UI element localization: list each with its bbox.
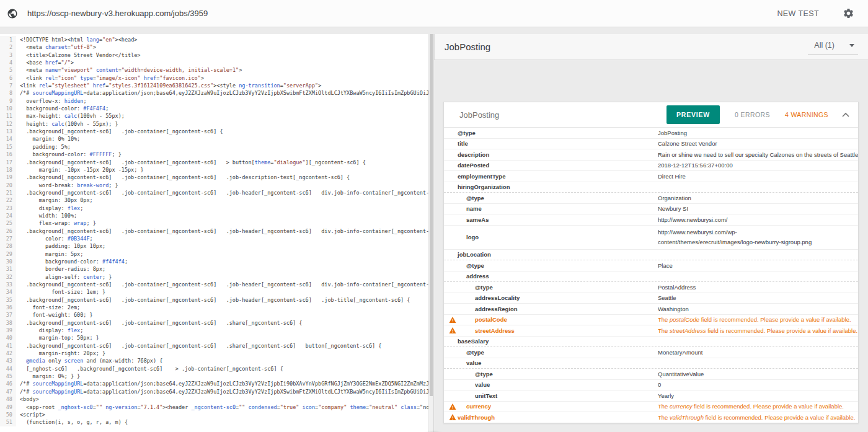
field-value: JobPosting [658, 130, 858, 136]
preview-button[interactable]: PREVIEW [666, 105, 720, 124]
topbar-actions: NEW TEST [773, 7, 868, 19]
code-text: [_nghost-sc6] .background[_ngcontent-sc6… [16, 365, 428, 372]
filter-value: All (1) [814, 41, 835, 50]
code-text: /*# sourceMappingURL=data:application/js… [16, 89, 428, 97]
field-key: name [444, 205, 658, 212]
field-value: The postalCode field is recommended. Ple… [658, 316, 858, 323]
table-row-type: @typeJobPosting [444, 128, 858, 139]
code-line: 32 align-self: center; } [0, 273, 428, 281]
field-value: Place [658, 262, 858, 269]
line-number: 3 [0, 51, 16, 59]
code-line: 15 padding: 5%; [0, 143, 428, 151]
field-key: address [444, 273, 658, 280]
code-line: 45 margin: 0%; } } [0, 372, 428, 380]
code-line: 33 .background[_ngcontent-sc6] .job-cont… [0, 281, 428, 288]
line-number: 28 [0, 242, 16, 250]
code-scrollbar[interactable] [428, 34, 434, 432]
field-value: PostalAddress [658, 284, 858, 291]
code-panel[interactable]: 1<!DOCTYPE html><html lang="en"><head>2 … [0, 34, 428, 432]
field-key: value [444, 359, 658, 366]
field-key: @type [444, 371, 658, 377]
line-number: 21 [0, 189, 16, 196]
line-number: 22 [0, 196, 16, 204]
scrollbar-thumb[interactable] [430, 34, 433, 396]
code-line: 13 .background[_ngcontent-sc6] .job-cont… [0, 128, 428, 135]
field-key: @type [444, 349, 658, 356]
table-row-type: @typePlace [444, 260, 858, 271]
code-line: 49 <app-root _nghost-sc0="" ng-version="… [0, 403, 428, 411]
table-row-addressRegion: addressRegionWashington [444, 304, 858, 315]
code-text: width: 100%; [16, 212, 428, 219]
code-line: 6 <link rel="icon" type="image/x-icon" h… [0, 74, 428, 82]
table-row-logo: logohttp://www.newburysi.com/wp-content/… [444, 226, 858, 250]
code-line: 1<!DOCTYPE html><html lang="en"><head> [0, 36, 428, 43]
line-number: 40 [0, 334, 16, 342]
line-number: 9 [0, 97, 16, 105]
line-number: 51 [0, 418, 16, 426]
line-number: 7 [0, 82, 16, 89]
code-line: 14 margin: 0% 10%; [0, 135, 428, 143]
field-key: baseSalary [444, 338, 658, 345]
code-text: .background[_ngcontent-sc6] .job-contain… [16, 227, 428, 235]
field-key: hiringOrganization [444, 183, 658, 190]
chevron-up-icon[interactable] [842, 112, 849, 117]
card-title: JobPosting [459, 110, 666, 120]
globe-icon [7, 8, 18, 19]
code-text: .background[_ngcontent-sc6] .job-contain… [16, 342, 428, 350]
structured-data-testing-tool: https://oscp-newbury-v3.herokuapp.com/jo… [0, 0, 868, 432]
warnings-count: 4 WARNINGS [785, 111, 828, 118]
line-number: 17 [0, 159, 16, 166]
card-header: JobPosting PREVIEW 0 ERRORS 4 WARNINGS [444, 102, 858, 128]
code-text: display: flex; [16, 205, 428, 212]
code-text: border-radius: 8px; [16, 265, 428, 273]
code-line: 44 [_nghost-sc6] .background[_ngcontent-… [0, 365, 428, 372]
code-line: 30 background-color: #f4f4f4; [0, 258, 428, 265]
field-key: addressRegion [444, 306, 658, 312]
field-key: @type [444, 284, 658, 291]
code-text: @media only screen and (max-width: 768px… [16, 357, 428, 364]
line-number: 31 [0, 265, 16, 273]
dropdown-caret-icon [849, 44, 854, 47]
line-number: 4 [0, 59, 16, 66]
code-line: 24 width: 100%; [0, 212, 428, 219]
code-line: 42 margin-right: 20px; } [0, 350, 428, 357]
code-text: <!DOCTYPE html><html lang="en"><head> [16, 36, 428, 43]
line-number: 43 [0, 357, 16, 364]
line-number: 39 [0, 327, 16, 334]
line-number: 16 [0, 151, 16, 158]
result-filter-select[interactable]: All (1) [808, 38, 858, 55]
table-row-type: @typeQuantitativeValue [444, 369, 858, 380]
new-test-button[interactable]: NEW TEST [773, 9, 823, 19]
gear-icon[interactable] [843, 7, 854, 19]
code-line: 27 color: #0B344F; [0, 235, 428, 242]
code-line: 50<script> [0, 411, 428, 418]
code-line: 19 .background[_ngcontent-sc6] .job-cont… [0, 174, 428, 181]
warning-triangle-icon [449, 327, 456, 334]
line-number: 19 [0, 174, 16, 181]
code-text: <link rel="icon" type="image/x-icon" hre… [16, 74, 428, 82]
code-lines: 1<!DOCTYPE html><html lang="en"><head>2 … [0, 36, 428, 426]
line-number: 1 [0, 36, 16, 43]
field-key: streetAddress [444, 327, 658, 334]
line-number: 33 [0, 281, 16, 288]
code-line: 48<body> [0, 395, 428, 403]
code-text: <script> [16, 411, 428, 418]
table-row-value: value0 [444, 380, 858, 391]
field-key: @type [444, 195, 658, 201]
line-number: 13 [0, 128, 16, 135]
code-text: .background[_ngcontent-sc6] .job-contain… [16, 319, 428, 327]
code-text: max-height: calc(100vh - 55px); [16, 112, 428, 120]
code-text: align-self: center; } [16, 273, 428, 281]
table-row-type: @typeMonetaryAmount [444, 347, 858, 358]
code-text: font-size: 1em; } [16, 288, 428, 296]
line-number: 12 [0, 120, 16, 128]
line-number: 47 [0, 388, 16, 395]
field-value: Calzone Street Vendor [658, 140, 858, 147]
table-row-baseSalary: baseSalary [444, 337, 858, 348]
table-row-unitText: unitTextYearly [444, 390, 858, 402]
line-number: 23 [0, 205, 16, 212]
field-key: @type [444, 262, 658, 269]
code-line: 31 border-radius: 8px; [0, 265, 428, 273]
field-key: @type [444, 130, 658, 136]
code-text: /*# sourceMappingURL=data:application/js… [16, 388, 428, 395]
